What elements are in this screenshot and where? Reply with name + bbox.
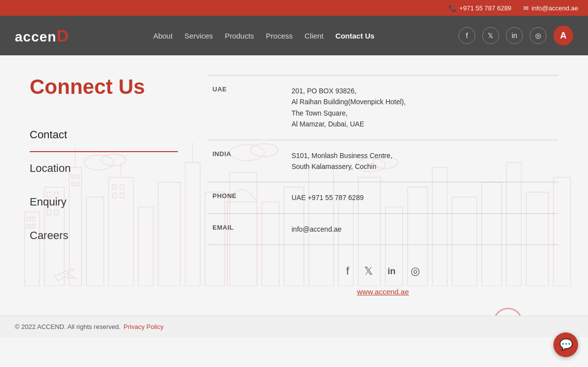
chat-bubble[interactable]: 💬 xyxy=(553,332,578,357)
contact-label-phone: PHONE xyxy=(208,182,287,213)
header-twitter-icon[interactable]: 𝕏 xyxy=(482,27,499,44)
accent-button[interactable]: A xyxy=(553,26,573,45)
phone-icon: 📞 xyxy=(449,4,457,12)
contact-label-uae: UAE xyxy=(208,76,287,140)
header-facebook-icon[interactable]: f xyxy=(459,27,475,44)
contact-value-india: S101, Monlash Business Centre, South Kal… xyxy=(287,140,558,182)
contact-table: UAE 201, PO BOX 93826, Al Raihan Buildin… xyxy=(208,75,558,245)
sidebar-enquiry[interactable]: Enquiry xyxy=(30,186,178,219)
page-title: Connect Us xyxy=(30,75,178,99)
nav-process[interactable]: Process xyxy=(266,32,293,40)
twitter-icon[interactable]: 𝕏 xyxy=(364,265,373,278)
header-instagram-icon[interactable]: ◎ xyxy=(530,27,546,44)
table-row: PHONE UAE +971 55 787 6289 xyxy=(208,182,558,213)
sidebar-location[interactable]: Location xyxy=(30,152,178,186)
header: accenD About Services Products Process C… xyxy=(0,16,588,55)
contact-label-india: INDIA xyxy=(208,140,287,182)
contact-value-phone: UAE +971 55 787 6289 xyxy=(287,182,558,213)
header-right: f 𝕏 in ◎ A xyxy=(459,26,573,45)
sidebar-links: Contact Location Enquiry Careers xyxy=(30,119,178,253)
email-link[interactable]: ✉ info@accend.ae xyxy=(523,4,578,12)
linkedin-icon[interactable]: in xyxy=(388,266,396,277)
sidebar-contact[interactable]: Contact xyxy=(30,119,178,152)
header-linkedin-icon[interactable]: in xyxy=(506,27,523,44)
sidebar-careers[interactable]: Careers xyxy=(30,219,178,253)
main-content: Connect Us Contact Location Enquiry Care… xyxy=(0,55,588,316)
nav-products[interactable]: Products xyxy=(225,32,254,40)
main-nav: About Services Products Process Client C… xyxy=(153,32,375,40)
nav-contact[interactable]: Contact Us xyxy=(336,32,375,40)
contact-value-uae: 201, PO BOX 93826, Al Raihan Building(Mo… xyxy=(287,76,558,140)
contact-label-email: EMAIL xyxy=(208,213,287,245)
footer-text: © 2022 ACCEND. All rights reserved. xyxy=(15,323,121,330)
top-bar: 📞 +971 55 787 6289 ✉ info@accend.ae xyxy=(0,0,588,16)
logo[interactable]: accenD xyxy=(15,26,69,45)
table-row: EMAIL info@accend.ae xyxy=(208,213,558,245)
nav-about[interactable]: About xyxy=(153,32,172,40)
logo-text: accenD xyxy=(15,26,69,45)
phone-link[interactable]: 📞 +971 55 787 6289 xyxy=(449,4,511,12)
contact-value-email: info@accend.ae xyxy=(287,213,558,245)
email-icon: ✉ xyxy=(523,4,529,12)
left-sidebar: Connect Us Contact Location Enquiry Care… xyxy=(30,75,178,296)
website-link[interactable]: www.accend.ae xyxy=(208,287,558,296)
nav-client[interactable]: Client xyxy=(304,32,323,40)
right-content: UAE 201, PO BOX 93826, Al Raihan Buildin… xyxy=(178,75,558,296)
facebook-icon[interactable]: f xyxy=(346,265,349,278)
instagram-icon[interactable]: ◎ xyxy=(411,265,420,278)
table-row: UAE 201, PO BOX 93826, Al Raihan Buildin… xyxy=(208,76,558,140)
footer: © 2022 ACCEND. All rights reserved. Priv… xyxy=(0,316,588,337)
email-address: info@accend.ae xyxy=(532,4,578,12)
social-icons-row: f 𝕏 in ◎ xyxy=(208,265,558,278)
privacy-policy-link[interactable]: Privacy Policy xyxy=(124,323,164,330)
table-row: INDIA S101, Monlash Business Centre, Sou… xyxy=(208,140,558,182)
nav-services[interactable]: Services xyxy=(184,32,213,40)
phone-number: +971 55 787 6289 xyxy=(460,4,511,12)
